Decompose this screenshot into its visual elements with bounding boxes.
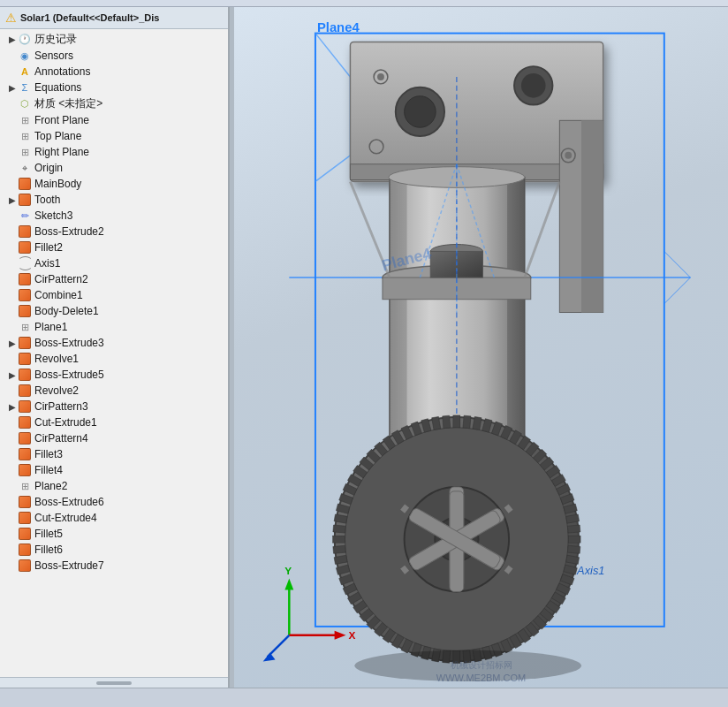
svg-point-29 [377, 73, 384, 80]
clock-icon: 🕐 [18, 33, 32, 47]
tree-item-sketch3[interactable]: ✏ Sketch3 [0, 208, 228, 224]
tree-item-cut-extrude4[interactable]: Cut-Extrude4 [0, 510, 228, 526]
svg-line-2 [315, 156, 350, 182]
item-label: Fillet5 [34, 528, 63, 540]
annotation-icon: A [18, 65, 32, 79]
item-label: MainBody [34, 178, 81, 190]
plane-icon: ⊞ [18, 129, 32, 143]
svg-line-40 [403, 507, 407, 511]
tree-item-cirpattern4[interactable]: CirPattern4 [0, 430, 228, 446]
tree-content[interactable]: ▶ 🕐 历史记录 ◉ Sensors A Annotations ▶ Σ Equ… [0, 29, 228, 677]
tree-item-fillet6[interactable]: Fillet6 [0, 542, 228, 558]
tree-item-axis1[interactable]: ⁐ Axis1 [0, 255, 228, 271]
tree-item-fillet5[interactable]: Fillet5 [0, 526, 228, 542]
tree-item-history[interactable]: ▶ 🕐 历史记录 [0, 31, 228, 48]
item-label: Boss-Extrude5 [34, 369, 104, 381]
feature-icon [18, 240, 32, 255]
svg-rect-68 [568, 536, 580, 543]
expand-arrow: ▶ [7, 338, 18, 348]
tree-item-revolve1[interactable]: Revolve1 [0, 351, 228, 367]
tree-item-mainbody[interactable]: MainBody [0, 176, 228, 192]
svg-point-9 [521, 73, 546, 98]
panel-resize-handle[interactable] [0, 677, 228, 688]
tree-item-material[interactable]: ⬡ 材质 <未指定> [0, 95, 228, 112]
svg-marker-130 [335, 631, 346, 640]
svg-rect-104 [333, 536, 345, 543]
body-icon [18, 177, 32, 191]
item-label: Body-Delete1 [34, 305, 99, 317]
expand-arrow: ▶ [7, 34, 18, 44]
plane-icon: ⊞ [18, 479, 32, 493]
tree-item-equations[interactable]: ▶ Σ Equations [0, 80, 228, 95]
item-label: Fillet2 [34, 241, 63, 254]
item-label: 历史记录 [34, 32, 77, 47]
tree-item-body-delete1[interactable]: Body-Delete1 [0, 303, 228, 319]
feature-icon [18, 336, 32, 350]
svg-point-31 [565, 152, 572, 159]
item-label: CirPattern3 [34, 400, 88, 413]
tooth-icon [18, 193, 32, 207]
tree-item-combine1[interactable]: Combine1 [0, 287, 228, 303]
item-label: Combine1 [34, 289, 83, 301]
svg-line-43 [506, 568, 511, 572]
equations-icon: Σ [18, 80, 32, 95]
tree-item-plane2[interactable]: ⊞ Plane2 [0, 478, 228, 494]
svg-marker-133 [263, 653, 276, 662]
origin-icon: ⌖ [18, 161, 32, 175]
tree-item-boss-extrude2[interactable]: Boss-Extrude2 [0, 224, 228, 239]
svg-line-13 [664, 251, 691, 277]
item-label: Boss-Extrude3 [34, 337, 104, 349]
tree-item-front-plane[interactable]: ⊞ Front Plane [0, 112, 228, 128]
svg-text:Plane4: Plane4 [317, 20, 360, 34]
tree-item-tooth[interactable]: ▶ Tooth [0, 192, 228, 208]
top-bar [0, 0, 728, 7]
item-label: Top Plane [34, 130, 81, 142]
svg-rect-103 [333, 545, 345, 553]
tree-item-fillet4[interactable]: Fillet4 [0, 462, 228, 478]
tree-item-boss-extrude7[interactable]: Boss-Extrude7 [0, 558, 228, 574]
item-label: Right Plane [34, 146, 89, 158]
item-label: Sensors [34, 49, 73, 62]
item-label: Cut-Extrude4 [34, 512, 97, 524]
feature-icon [18, 304, 32, 318]
tree-item-boss-extrude3[interactable]: ▶ Boss-Extrude3 [0, 335, 228, 351]
status-bar [0, 688, 728, 707]
svg-rect-69 [567, 545, 580, 553]
tree-item-cirpattern2[interactable]: CirPattern2 [0, 271, 228, 287]
item-label: Origin [34, 162, 63, 174]
tree-item-right-plane[interactable]: ⊞ Right Plane [0, 144, 228, 160]
tree-item-fillet3[interactable]: Fillet3 [0, 446, 228, 462]
feature-icon [18, 495, 32, 509]
svg-line-14 [664, 277, 691, 304]
tree-item-plane1[interactable]: ⊞ Plane1 [0, 319, 228, 335]
feature-icon [18, 511, 32, 525]
tree-item-sensors[interactable]: ◉ Sensors [0, 48, 228, 64]
tree-item-origin[interactable]: ⌖ Origin [0, 160, 228, 176]
item-label: Front Plane [34, 114, 89, 126]
tree-item-fillet2[interactable]: Fillet2 [0, 239, 228, 255]
feature-icon [18, 272, 32, 286]
item-label: Sketch3 [34, 209, 72, 222]
3d-model-svg: Plane4 Plane4 Axis1 Y X [234, 7, 728, 688]
tree-item-cut-extrude1[interactable]: Cut-Extrude1 [0, 414, 228, 430]
svg-rect-16 [390, 178, 407, 439]
main-area: ⚠ Solar1 (Default<<Default>_Dis ▶ 🕐 历史记录… [0, 7, 728, 688]
tree-item-annotations[interactable]: A Annotations [0, 64, 228, 80]
3d-viewport[interactable]: Plane4 Plane4 Axis1 Y X 机械设计招标网 WWW.ME2B… [234, 7, 728, 688]
item-label: Boss-Extrude7 [34, 559, 104, 572]
expand-arrow: ▶ [7, 370, 18, 380]
tree-item-boss-extrude6[interactable]: Boss-Extrude6 [0, 494, 228, 510]
tree-item-boss-extrude5[interactable]: ▶ Boss-Extrude5 [0, 367, 228, 383]
item-label: Annotations [34, 65, 90, 78]
expand-arrow: ▶ [7, 195, 18, 205]
svg-marker-127 [284, 579, 293, 590]
tree-item-top-plane[interactable]: ⊞ Top Plane [0, 128, 228, 144]
tree-item-revolve2[interactable]: Revolve2 [0, 383, 228, 399]
watermark-line2: WWW.ME2BM.COM [436, 673, 526, 683]
item-label: Axis1 [34, 257, 60, 270]
feature-icon [18, 224, 32, 239]
svg-line-24 [525, 181, 559, 277]
plane-icon: ⊞ [18, 113, 32, 127]
tree-item-cirpattern3[interactable]: ▶ CirPattern3 [0, 399, 228, 414]
plane-icon: ⊞ [18, 145, 32, 159]
